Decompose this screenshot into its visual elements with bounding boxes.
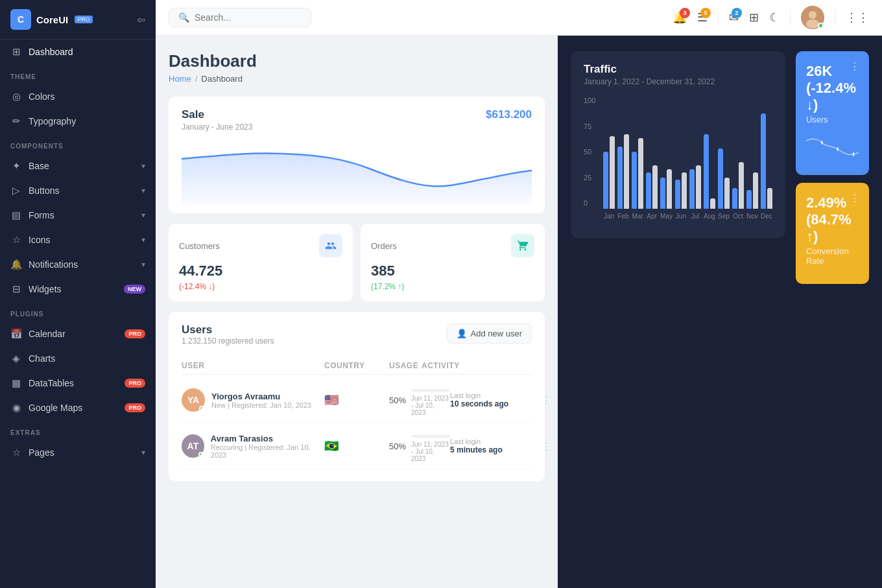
tasks-button[interactable]: ☰ 5 [697,10,708,25]
chart-bar-group: Jan [603,136,615,220]
sidebar-calendar-label: Calendar [29,329,118,339]
sidebar-item-colors[interactable]: ◎ Colors [0,84,156,109]
usage-cell: 50% Jun 11, 2023 - Jul 10, 2023 [389,430,450,462]
sidebar-section-extras: EXTRAS [0,420,156,440]
sidebar-forms-label: Forms [29,210,135,220]
usage-percent: 50% [389,441,406,451]
widget-users-chart [806,131,859,163]
sale-card-period: January - June 2023 [182,123,532,132]
users-table-body: YA Yiorgos Avraamu New | Registered: Jan… [182,377,532,469]
search-bar[interactable]: 🔍 [169,8,311,27]
sidebar-item-base[interactable]: ✦ Base ▾ [0,154,156,178]
sidebar-item-calendar[interactable]: 📅 Calendar PRO [0,322,156,346]
messages-button[interactable]: ✉ 2 [729,10,739,25]
sidebar-item-buttons[interactable]: ▷ Buttons ▾ [0,178,156,203]
breadcrumb-home[interactable]: Home [169,74,191,84]
sidebar-item-dashboard[interactable]: ⊞ Dashboard [0,40,156,64]
sidebar: C CoreUI PRO ⇦ ⊞ Dashboard THEME ◎ Color… [0,0,156,588]
sidebar-buttons-label: Buttons [29,185,135,196]
bar-white [696,165,701,209]
bar-white [710,198,715,209]
chart-y-label: 50 [584,148,595,156]
topnav-divider3 [835,10,835,25]
translate-button[interactable]: ⊞ [749,10,759,25]
usage-bar-bg [411,435,450,438]
sidebar-item-pages[interactable]: ☆ Pages ▾ [0,440,156,465]
topnav-right: 🔔 3 ☰ 5 ✉ 2 ⊞ ☾ [673,6,869,29]
sidebar-item-icons[interactable]: ☆ Icons ▾ [0,228,156,252]
bar-white [624,134,629,209]
sidebar-item-notifications[interactable]: 🔔 Notifications ▾ [0,252,156,277]
bars-pair [689,165,701,209]
notifications-icon: 🔔 [10,259,22,270]
sidebar-item-typography[interactable]: ✏ Typography [0,109,156,134]
chart-x-label: Jun [676,213,686,220]
sidebar-toggle-button[interactable]: ⇦ [137,14,145,26]
chart-x-label: Aug [704,213,715,220]
bars-pair [603,136,615,209]
row-menu-button[interactable]: ⋮ [541,394,558,406]
notifications-chevron-icon: ▾ [141,260,145,269]
bar-blue [746,190,752,209]
sidebar-googlemaps-label: Google Maps [29,403,118,413]
right-main: Traffic January 1, 2022 - December 31, 2… [571,51,785,284]
bar-white [753,172,758,209]
activity-time: 5 minutes ago [450,445,541,454]
bars-pair [646,165,658,209]
content-area: Dashboard Home / Dashboard Sale $613.200… [156,36,882,588]
theme-toggle-button[interactable]: ☾ [769,10,780,25]
row-menu-button[interactable]: ⋮ [541,440,558,453]
widget-users-menu[interactable]: ⋮ [850,60,860,73]
users-section: Users 1.232.150 registered users 👤 Add n… [169,312,545,481]
user-flag: 🇧🇷 [324,439,389,453]
user-name: Yiorgos Avraamu [211,392,311,401]
chart-bar-group: Oct [732,162,744,220]
bar-white [652,165,658,209]
customers-value: 44.725 [179,263,342,279]
search-input[interactable] [195,12,292,23]
logo-name: CoreUI [36,14,68,25]
sidebar-widgets-label: Widgets [29,284,117,294]
widget-conversion-card: ⋮ 2.49% (84.7% ↑) Conversion Rate [796,183,869,284]
orders-icon-box [511,234,534,257]
widget-conversion-menu[interactable]: ⋮ [850,192,860,204]
sidebar-item-datatables[interactable]: ▦ DataTables PRO [0,371,156,395]
buttons-icon: ▷ [10,185,22,196]
notifications-button[interactable]: 🔔 3 [673,10,687,25]
messages-badge: 2 [732,8,742,18]
bars-pair [704,134,715,209]
sidebar-item-widgets[interactable]: ⊟ Widgets NEW [0,277,156,301]
user-type: Reccuring | Registered: Jan 10, 2023 [211,443,324,459]
chart-x-label: Jan [604,213,614,220]
sidebar-item-googlemaps[interactable]: ◉ Google Maps PRO [0,395,156,420]
usage-period: Jun 11, 2023 - Jul 10, 2023 [411,395,450,416]
avatar-status [818,23,824,29]
pages-icon: ☆ [10,447,22,458]
bar-white [682,172,687,209]
bar-blue [718,148,723,209]
user-status-dot [198,452,204,457]
add-user-button[interactable]: 👤 Add new user [447,323,532,344]
user-avatar[interactable] [801,6,824,29]
sidebar-pages-label: Pages [29,447,135,458]
main-content: 🔍 🔔 3 ☰ 5 ✉ 2 ⊞ ☾ [156,0,882,588]
bar-blue [632,152,637,209]
chart-bar-group: Aug [704,134,715,220]
widget-users-label: Users [806,115,859,124]
chart-bar-group: Dec [761,113,772,220]
charts-icon: ◈ [10,353,22,364]
breadcrumb: Home / Dashboard [169,74,545,84]
bar-blue [732,188,737,209]
breadcrumb-separator: / [195,74,198,84]
bar-blue [660,178,665,209]
search-icon: 🔍 [178,12,189,23]
sidebar-item-forms[interactable]: ▤ Forms ▾ [0,203,156,228]
bars-pair [660,169,672,209]
orders-card: Orders 385 (17.2% ↑) [361,224,545,301]
bars-pair [746,172,758,209]
bar-white [667,169,672,209]
panel-left: Dashboard Home / Dashboard Sale $613.200… [156,36,558,588]
apps-grid-button[interactable]: ⋮⋮ [846,10,869,25]
chart-y-label: 0 [584,199,595,207]
sidebar-item-charts[interactable]: ◈ Charts [0,346,156,371]
